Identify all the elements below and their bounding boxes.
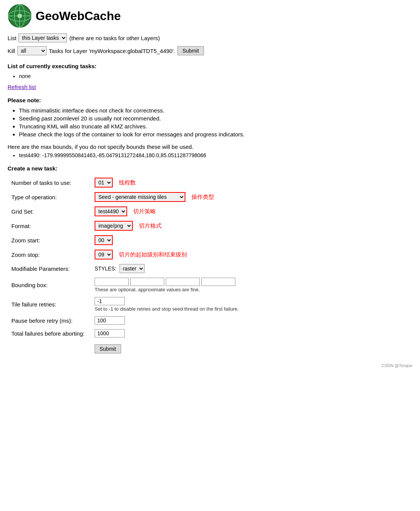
- format-annotation: 切片格式: [139, 222, 162, 230]
- zoom-stop-controls: 00010203 04050607 080910 切片的起始级别和结束级别: [95, 250, 239, 259]
- styles-select[interactable]: raster: [120, 264, 145, 273]
- num-tasks-annotation: 线程数: [119, 179, 136, 186]
- please-note-section: Please note: This minimalistic interface…: [8, 97, 412, 138]
- max-bounds-text: Here are the max bounds, if you do not s…: [8, 144, 412, 150]
- page-header: GeoWebCache: [8, 4, 412, 28]
- list-tasks-dropdown[interactable]: this Layer tasks all tasks: [19, 33, 67, 42]
- create-task-form: Number of tasks to use: 01 02 04 08 16 线…: [11, 175, 243, 356]
- tasks-list: none: [19, 73, 412, 79]
- operation-controls: Seed - generate missing tiles Reseed - r…: [95, 192, 239, 202]
- format-label: Format:: [11, 219, 95, 233]
- list-suffix: (there are no tasks for other Layers): [69, 35, 160, 41]
- zoom-stop-select[interactable]: 00010203 04050607 080910: [95, 250, 113, 259]
- kill-dropdown[interactable]: all running: [17, 46, 47, 55]
- list-prefix: List: [8, 35, 16, 41]
- num-tasks-label: Number of tasks to use:: [11, 175, 95, 190]
- bbox-input-1[interactable]: [95, 278, 129, 286]
- tile-failure-hint: Set to -1 to disable retries and stop se…: [95, 306, 239, 312]
- logo-text: GeoWebCache: [36, 9, 121, 23]
- tile-failure-label: Tile failure retries:: [11, 295, 95, 314]
- format-select[interactable]: image/png image/jpeg image/gif: [95, 221, 133, 231]
- bounding-box-inputs: [95, 278, 239, 286]
- total-failures-label: Total failures before aborting:: [11, 327, 95, 340]
- num-tasks-row: Number of tasks to use: 01 02 04 08 16 线…: [11, 175, 243, 190]
- modifiable-label: Modifiable Parameters:: [11, 262, 95, 275]
- bbox-input-3[interactable]: [166, 278, 200, 286]
- modifiable-controls: STYLES: raster: [95, 264, 239, 273]
- zoom-stop-label: Zoom stop:: [11, 247, 95, 262]
- bbox-input-2[interactable]: [130, 278, 164, 286]
- watermark: CSDN @Tonque: [8, 363, 412, 368]
- create-task-title: Create a new task:: [8, 165, 412, 172]
- pause-retry-label: Pause before retry (ms):: [11, 314, 95, 327]
- note-item-3: Truncating KML will also truncate all KM…: [19, 123, 412, 130]
- kill-prefix: Kill: [8, 48, 15, 54]
- styles-label: STYLES:: [95, 266, 117, 272]
- refresh-list-link[interactable]: Refresh list: [8, 84, 36, 90]
- zoom-start-row: Zoom start: 00010203 04050607 080910: [11, 233, 243, 247]
- format-row: Format: image/png image/jpeg image/gif 切…: [11, 219, 243, 233]
- zoom-start-select[interactable]: 00010203 04050607 080910: [95, 235, 113, 245]
- note-item-1: This minimalistic interface does not che…: [19, 107, 412, 114]
- form-submit-row: Submit: [11, 340, 243, 356]
- bounds-item-1: test4490: -179.99999550841463,-85.047913…: [19, 152, 412, 158]
- operation-select[interactable]: Seed - generate missing tiles Reseed - r…: [95, 192, 185, 202]
- please-note-list: This minimalistic interface does not che…: [19, 107, 412, 138]
- task-none-item: none: [19, 73, 412, 79]
- note-item-2: Seeding past zoomlevel 20 is usually not…: [19, 115, 412, 122]
- gridset-annotation: 切片策略: [133, 208, 156, 215]
- bounding-box-hint: These are optional, approximate values a…: [95, 287, 239, 292]
- kill-suffix: Tasks for Layer 'myWorkspace:globalTDT5_…: [49, 48, 175, 54]
- executing-tasks-title: List of currently executing tasks:: [8, 63, 412, 69]
- bounds-list: test4490: -179.99999550841463,-85.047913…: [19, 152, 412, 158]
- bounding-box-row: Bounding box: These are optional, approx…: [11, 275, 243, 295]
- list-line: List this Layer tasks all tasks (there a…: [8, 33, 412, 42]
- kill-submit-button[interactable]: Submit: [177, 46, 204, 55]
- executing-tasks-section: List of currently executing tasks: none: [8, 63, 412, 79]
- operation-label: Type of operation:: [11, 190, 95, 204]
- zoom-stop-row: Zoom stop: 00010203 04050607 080910 切片的起…: [11, 247, 243, 262]
- operation-annotation: 操作类型: [191, 194, 214, 201]
- gridset-controls: test4490 切片策略: [95, 206, 239, 216]
- total-failures-input[interactable]: [95, 329, 125, 338]
- note-item-4: Please check the logs of the container t…: [19, 131, 412, 138]
- pause-retry-row: Pause before retry (ms):: [11, 314, 243, 327]
- tile-failure-input[interactable]: [95, 297, 125, 305]
- tile-failure-row: Tile failure retries: Set to -1 to disab…: [11, 295, 243, 314]
- bounding-box-label: Bounding box:: [11, 275, 95, 295]
- please-note-title: Please note:: [8, 97, 412, 103]
- geowebcache-logo-icon: [8, 4, 32, 28]
- gridset-select[interactable]: test4490: [95, 206, 127, 216]
- gridset-label: Grid Set:: [11, 204, 95, 219]
- form-submit-button[interactable]: Submit: [95, 344, 121, 353]
- operation-row: Type of operation: Seed - generate missi…: [11, 190, 243, 204]
- num-tasks-controls: 01 02 04 08 16 线程数: [95, 178, 239, 188]
- zoom-start-label: Zoom start:: [11, 233, 95, 247]
- modifiable-row: Modifiable Parameters: STYLES: raster: [11, 262, 243, 275]
- kill-line: Kill all running Tasks for Layer 'myWork…: [8, 46, 412, 55]
- format-controls: image/png image/jpeg image/gif 切片格式: [95, 221, 239, 231]
- zoom-start-controls: 00010203 04050607 080910: [95, 235, 239, 245]
- pause-retry-input[interactable]: [95, 316, 125, 325]
- create-task-section: Create a new task: Number of tasks to us…: [8, 165, 412, 356]
- bbox-input-4[interactable]: [201, 278, 235, 286]
- svg-point-5: [17, 14, 22, 18]
- num-tasks-select[interactable]: 01 02 04 08 16: [95, 178, 113, 188]
- total-failures-row: Total failures before aborting:: [11, 327, 243, 340]
- gridset-row: Grid Set: test4490 切片策略: [11, 204, 243, 219]
- zoom-annotation: 切片的起始级别和结束级别: [119, 251, 187, 258]
